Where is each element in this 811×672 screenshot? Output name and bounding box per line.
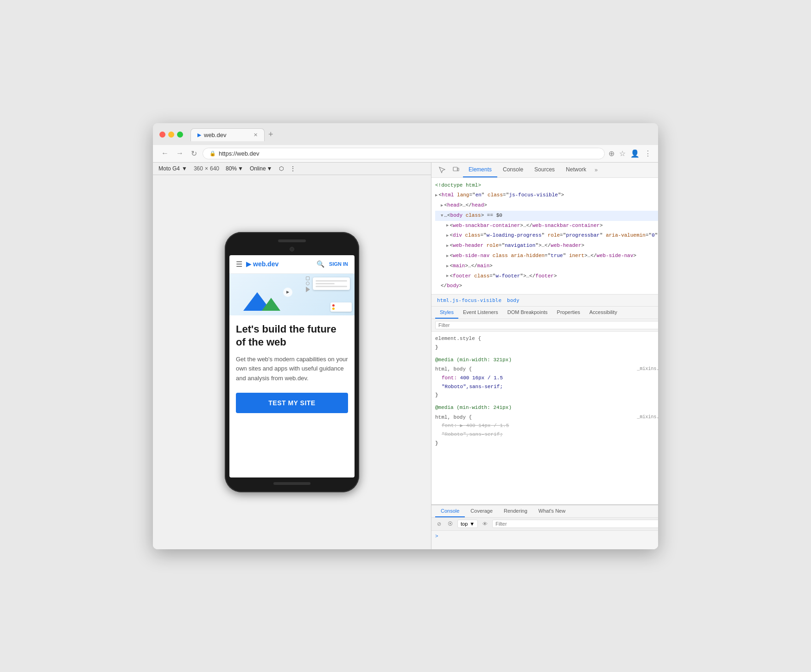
rule-font-2-strikethrough: font: ▶ 400 14px / 1.5 [435,421,658,430]
responsive-icon[interactable] [449,163,463,176]
more-tabs-button[interactable]: » [592,163,601,177]
device-selector[interactable]: Moto G4 ▼ [158,165,187,172]
console-tab-whats-new[interactable]: What's New [533,505,571,517]
console-output: > [431,531,658,549]
styles-sub-tabs: Styles Event Listeners DOM Breakpoints P… [431,307,658,319]
css-rules: element.style { } @media (min-width: 321… [431,332,658,504]
svg-rect-0 [453,167,457,171]
bookmark-icon[interactable]: ☆ [619,149,626,158]
add-bookmark-icon[interactable]: ⊕ [608,149,615,158]
search-icon[interactable]: 🔍 [317,260,324,268]
html-tag-line[interactable]: ▶ <html lang="en" class="js-focus-visibl… [435,190,658,201]
side-nav-line[interactable]: ▶ <web-side-nav class aria-hidden="true"… [435,251,658,261]
hero-small-card [330,302,352,312]
back-button[interactable]: ← [159,148,171,158]
body-close-line: </body> [435,281,658,291]
browser-window: ▶ web.dev ✕ + ← → ↻ 🔒 https://web.dev ⊕ … [153,123,658,549]
breadcrumb-html[interactable]: html.js-focus-visible [435,296,503,304]
active-tab[interactable]: ▶ web.dev ✕ [190,128,265,141]
context-selector[interactable]: top ▼ [457,520,478,528]
rule-fontfamily-1: "Roboto",sans-serif; [435,383,658,391]
network-selector[interactable]: Online ▼ [250,165,272,172]
close-button[interactable] [159,132,165,138]
rule-close-brace-1: } [435,391,658,400]
styles-panel: Styles Event Listeners DOM Breakpoints P… [431,307,658,504]
tab-elements[interactable]: Elements [463,163,497,177]
console-prompt[interactable]: > [435,534,438,539]
rule-element-style: element.style { } [435,334,658,352]
site-logo-icon: ▶ [246,260,251,268]
test-my-site-button[interactable]: TEST MY SITE [236,393,348,413]
styles-filter-bar: :hov .cls + [431,319,658,332]
sign-in-button[interactable]: SIGN IN [329,261,348,267]
site-content: Let's build the future of the web Get th… [229,315,355,421]
network-dropdown-icon: ▼ [267,165,272,172]
console-tab-coverage[interactable]: Coverage [465,505,498,517]
tab-bar: ▶ web.dev ✕ + [190,128,652,141]
rule-media-321: @media (min-width: 321px) html, body {_m… [435,356,658,400]
head-line[interactable]: ▶ <head>…</head> [435,201,658,211]
hero-image: ▶ [229,274,355,315]
rule-selector-htmlbody-1: html, body {_mixins.scss:123 [435,365,658,374]
phone-speaker [278,239,306,242]
svg-rect-1 [457,168,459,171]
snackbar-line[interactable]: ▶ <web-snackbar-container>…</web-snackba… [435,221,658,231]
tab-console[interactable]: Console [497,163,529,177]
styles-tab-dom-breakpoints[interactable]: DOM Breakpoints [503,307,552,319]
progress-line[interactable]: ▶ <div class="w-loading-progress" role="… [435,231,658,241]
device-name: Moto G4 [158,165,180,172]
site-description: Get the web's modern capabilities on you… [236,355,348,383]
new-tab-button[interactable]: + [265,128,277,141]
times-symbol: × [205,165,208,172]
tab-network[interactable]: Network [560,163,592,177]
styles-tab-styles[interactable]: Styles [435,307,458,319]
profile-icon[interactable]: 👤 [630,149,640,158]
site-header: ☰ ▶ web.dev 🔍 SIGN IN [229,255,355,274]
breadcrumb: html.js-focus-visible body [431,295,658,307]
tab-favicon: ▶ [197,132,201,138]
console-tab-console[interactable]: Console [435,505,465,517]
tab-sources[interactable]: Sources [529,163,560,177]
hero-icon-square [306,276,310,280]
hamburger-icon[interactable]: ☰ [236,260,242,269]
body-line[interactable]: ▼ …<body class> == $0 [435,211,658,221]
network-value: Online [250,165,266,172]
styles-tab-properties[interactable]: Properties [552,307,585,319]
breadcrumb-body[interactable]: body [505,296,521,304]
main-content: Moto G4 ▼ 360 × 640 80% ▼ Online ▼ ⬡ ⋮ [153,163,658,549]
hero-triangle-green [262,298,280,311]
forward-button[interactable]: → [174,148,185,158]
styles-filter-input[interactable] [435,321,658,329]
url-bar[interactable]: 🔒 https://web.dev [203,148,605,159]
reload-button[interactable]: ↻ [189,148,199,159]
eye-icon[interactable]: 👁 [481,520,489,528]
hero-icon-triangle [306,287,310,292]
footer-line[interactable]: ▶ <footer class="w-footer">…</footer> [435,271,658,282]
title-bar: ▶ web.dev ✕ + [153,123,658,145]
throttle-icon[interactable]: ⬡ [279,165,284,172]
fullscreen-button[interactable] [177,132,183,138]
styles-tab-event-listeners[interactable]: Event Listeners [458,307,503,319]
menu-icon[interactable]: ⋮ [644,149,652,158]
devtools-select-icon[interactable] [435,164,449,176]
site-logo-text: web.dev [253,260,279,268]
preserve-log-icon[interactable]: ⦿ [446,520,455,528]
console-filter-input[interactable] [492,520,658,528]
styles-content: element.style { } @media (min-width: 321… [431,332,658,504]
tab-close-button[interactable]: ✕ [253,132,258,138]
zoom-selector[interactable]: 80% ▼ [226,165,243,172]
web-header-line[interactable]: ▶ <web-header role="navigation">…</web-h… [435,241,658,251]
console-tab-rendering[interactable]: Rendering [498,505,533,517]
rule-media-query-2: @media (min-width: 241px) [435,403,658,412]
phone-device: ☰ ▶ web.dev 🔍 SIGN IN [225,232,359,492]
minimize-button[interactable] [168,132,174,138]
main-line[interactable]: ▶ <main>…</main> [435,261,658,271]
hero-play-button[interactable]: ▶ [283,288,292,297]
styles-tab-accessibility[interactable]: Accessibility [585,307,622,319]
rule-close-brace-2: } [435,439,658,448]
hero-card [313,277,350,290]
hero-dot-yellow [332,308,335,310]
more-options-icon[interactable]: ⋮ [290,165,296,172]
clear-console-button[interactable]: ⊘ [435,520,443,528]
site-actions: 🔍 SIGN IN [317,260,348,268]
